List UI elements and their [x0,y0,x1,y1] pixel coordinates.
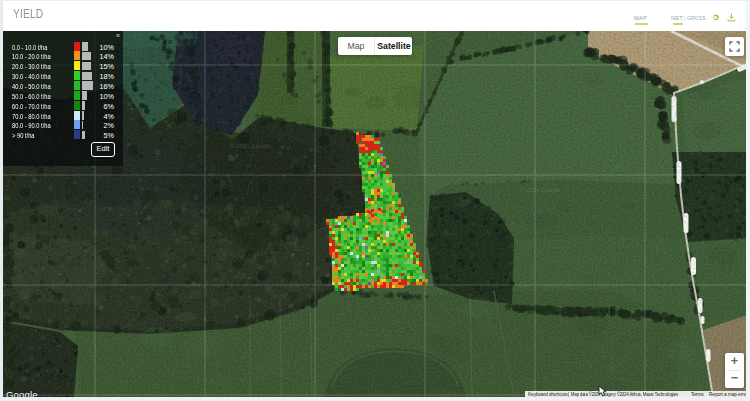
svg-text:© 2024 Google: © 2024 Google [230,143,271,149]
svg-text:© 2024 Google: © 2024 Google [520,187,561,193]
